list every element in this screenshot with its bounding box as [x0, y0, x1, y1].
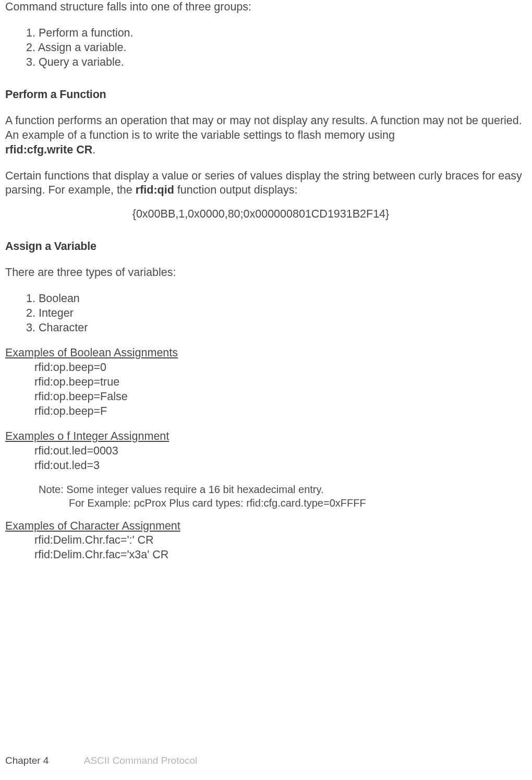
code-line: rfid:op.beep=true — [34, 375, 527, 390]
page-footer: Chapter 4 ASCII Command Protocol — [5, 754, 197, 767]
integer-examples: rfid:out.led=0003 rfid:out.led=3 — [34, 444, 527, 473]
integer-examples-heading: Examples o f Integer Assignment — [5, 429, 527, 444]
text: . — [92, 143, 95, 156]
command-text: rfid:cfg.write CR — [5, 143, 92, 156]
code-line: rfid:out.led=0003 — [34, 444, 527, 459]
character-examples-heading: Examples of Character Assignment — [5, 519, 527, 534]
assign-intro: There are three types of variables: — [5, 266, 527, 280]
perform-paragraph-1: A function performs an operation that ma… — [5, 114, 527, 158]
boolean-examples: rfid:op.beep=0 rfid:op.beep=true rfid:op… — [34, 361, 527, 419]
command-text: rfid:qid — [136, 184, 174, 196]
code-line: rfid:out.led=3 — [34, 459, 527, 473]
group-list: 1. Perform a function. 2. Assign a varia… — [26, 26, 527, 70]
note-line: For Example: pcProx Plus card types: rfi… — [69, 496, 527, 510]
page-content: Command structure falls into one of thre… — [0, 0, 532, 562]
text: function output displays: — [174, 184, 298, 196]
integer-note: Note: Some integer values require a 16 b… — [39, 483, 527, 510]
code-line: rfid:Delim.Chr.fac=':' CR — [34, 533, 527, 548]
list-item: 2. Integer — [26, 306, 527, 321]
code-line: rfid:op.beep=0 — [34, 361, 527, 375]
code-line: rfid:op.beep=F — [34, 404, 527, 419]
perform-paragraph-2: Certain functions that display a value o… — [5, 169, 527, 198]
boolean-examples-heading: Examples of Boolean Assignments — [5, 346, 527, 361]
footer-chapter: Chapter 4 — [5, 754, 49, 767]
note-line: Note: Some integer values require a 16 b… — [39, 483, 527, 496]
code-line: rfid:Delim.Chr.fac='x3a' CR — [34, 548, 527, 562]
section-heading-perform: Perform a Function — [5, 88, 527, 102]
intro-text: Command structure falls into one of thre… — [5, 0, 527, 15]
text: A function performs an operation that ma… — [5, 114, 522, 141]
example-output: {0x00BB,1,0x0000,80;0x000000801CD1931B2F… — [63, 207, 459, 222]
code-line: rfid:op.beep=False — [34, 390, 527, 404]
character-examples: rfid:Delim.Chr.fac=':' CR rfid:Delim.Chr… — [34, 533, 527, 562]
list-item: 1. Boolean — [26, 292, 527, 306]
type-list: 1. Boolean 2. Integer 3. Character — [26, 292, 527, 335]
section-heading-assign: Assign a Variable — [5, 239, 527, 254]
list-item: 2. Assign a variable. — [26, 41, 527, 55]
footer-title: ASCII Command Protocol — [84, 755, 198, 766]
list-item: 1. Perform a function. — [26, 26, 527, 41]
list-item: 3. Character — [26, 321, 527, 335]
list-item: 3. Query a variable. — [26, 55, 527, 70]
